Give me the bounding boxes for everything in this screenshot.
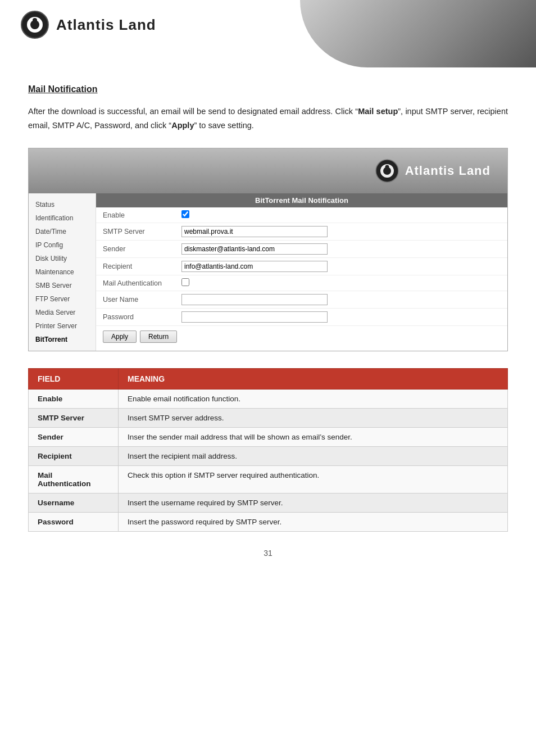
checkbox-mail-auth[interactable] bbox=[181, 278, 189, 286]
form-row-smtp: SMTP Server bbox=[96, 223, 507, 241]
meaning-enable: Enable email notification function. bbox=[119, 390, 508, 409]
logo-icon bbox=[20, 10, 49, 39]
table-header-field: FIELD bbox=[29, 369, 119, 390]
panel-title-bar: BitTorrent Mail Notification bbox=[96, 193, 507, 207]
ui-body: Status Identification Date/Time IP Confi… bbox=[29, 193, 507, 351]
logo-text: Atlantis Land bbox=[56, 16, 156, 34]
apply-button[interactable]: Apply bbox=[103, 331, 137, 343]
meaning-sender: Inser the sender mail address that will … bbox=[119, 428, 508, 447]
page-number: 31 bbox=[28, 549, 508, 569]
meaning-recipient: Insert the recipient mail address. bbox=[119, 447, 508, 466]
value-password bbox=[175, 309, 507, 326]
sidebar-item-maintenance[interactable]: Maintenance bbox=[29, 265, 96, 279]
table-row: SMTP Server Insert SMTP server address. bbox=[29, 409, 508, 428]
page-header: Atlantis Land bbox=[0, 0, 536, 67]
field-recipient: Recipient bbox=[29, 447, 119, 466]
sidebar-item-diskutility[interactable]: Disk Utility bbox=[29, 252, 96, 265]
field-mail-auth: MailAuthentication bbox=[29, 466, 119, 494]
meaning-mail-auth: Check this option if SMTP server require… bbox=[119, 466, 508, 494]
sidebar-item-status[interactable]: Status bbox=[29, 198, 96, 211]
value-mail-auth bbox=[175, 275, 507, 291]
field-username: Username bbox=[29, 494, 119, 513]
table-row: Sender Inser the sender mail address tha… bbox=[29, 428, 508, 447]
intro-paragraph: After the download is successful, an ema… bbox=[28, 105, 508, 132]
ui-header-logo: Atlantis Land bbox=[375, 159, 490, 183]
sidebar-item-printerserver[interactable]: Printer Server bbox=[29, 319, 96, 333]
table-row: MailAuthentication Check this option if … bbox=[29, 466, 508, 494]
label-smtp: SMTP Server bbox=[96, 223, 175, 241]
table-row: Password Insert the password required by… bbox=[29, 513, 508, 532]
main-content: Mail Notification After the download is … bbox=[0, 67, 536, 586]
label-enable: Enable bbox=[96, 207, 175, 223]
sidebar-item-mediaserver[interactable]: Media Server bbox=[29, 306, 96, 319]
svg-point-7 bbox=[385, 165, 389, 169]
section-title: Mail Notification bbox=[28, 84, 508, 94]
ui-sidebar: Status Identification Date/Time IP Confi… bbox=[29, 193, 96, 351]
button-row: Apply Return bbox=[96, 326, 507, 347]
label-mail-auth: Mail Authentication bbox=[96, 275, 175, 291]
value-enable bbox=[175, 207, 507, 223]
ui-header-text: Atlantis Land bbox=[405, 164, 490, 178]
value-recipient bbox=[175, 258, 507, 275]
label-sender: Sender bbox=[96, 241, 175, 258]
table-row: Recipient Insert the recipient mail addr… bbox=[29, 447, 508, 466]
input-recipient[interactable] bbox=[181, 261, 328, 272]
table-row: Username Insert the username required by… bbox=[29, 494, 508, 513]
field-smtp: SMTP Server bbox=[29, 409, 119, 428]
ui-header: Atlantis Land bbox=[29, 148, 507, 193]
field-enable: Enable bbox=[29, 390, 119, 409]
meaning-smtp: Insert SMTP server address. bbox=[119, 409, 508, 428]
label-password: Password bbox=[96, 309, 175, 326]
form-row-password: Password bbox=[96, 309, 507, 326]
value-smtp bbox=[175, 223, 507, 241]
field-sender: Sender bbox=[29, 428, 119, 447]
form-table: Enable SMTP Server Sender bbox=[96, 207, 507, 326]
sidebar-item-ipconfig[interactable]: IP Config bbox=[29, 238, 96, 252]
sidebar-item-smbserver[interactable]: SMB Server bbox=[29, 279, 96, 292]
form-row-recipient: Recipient bbox=[96, 258, 507, 275]
ui-screenshot-box: Atlantis Land Status Identification Date… bbox=[28, 148, 508, 351]
checkbox-enable[interactable] bbox=[181, 210, 189, 218]
field-password: Password bbox=[29, 513, 119, 532]
sidebar-item-identification[interactable]: Identification bbox=[29, 211, 96, 225]
sidebar-item-bittorrent[interactable]: BitTorrent bbox=[29, 333, 96, 346]
form-row-username: User Name bbox=[96, 291, 507, 309]
meaning-username: Insert the username required by SMTP ser… bbox=[119, 494, 508, 513]
return-button[interactable]: Return bbox=[140, 331, 177, 343]
ui-main-panel: BitTorrent Mail Notification Enable SMTP… bbox=[96, 193, 507, 351]
meaning-password: Insert the password required by SMTP ser… bbox=[119, 513, 508, 532]
form-row-enable: Enable bbox=[96, 207, 507, 223]
reference-table: FIELD MEANING Enable Enable email notifi… bbox=[28, 368, 508, 532]
form-row-mail-auth: Mail Authentication bbox=[96, 275, 507, 291]
value-username bbox=[175, 291, 507, 309]
sidebar-item-datetime[interactable]: Date/Time bbox=[29, 225, 96, 238]
header-curve-decoration bbox=[300, 0, 536, 67]
input-sender[interactable] bbox=[181, 243, 328, 255]
form-row-sender: Sender bbox=[96, 241, 507, 258]
input-smtp-server[interactable] bbox=[181, 226, 328, 237]
input-password[interactable] bbox=[181, 311, 328, 323]
table-row: Enable Enable email notification functio… bbox=[29, 390, 508, 409]
value-sender bbox=[175, 241, 507, 258]
ui-header-icon bbox=[375, 159, 399, 183]
logo-area: Atlantis Land bbox=[20, 10, 156, 39]
label-username: User Name bbox=[96, 291, 175, 309]
sidebar-item-ftpserver[interactable]: FTP Server bbox=[29, 292, 96, 306]
svg-point-3 bbox=[33, 18, 37, 22]
input-username[interactable] bbox=[181, 294, 328, 305]
table-header-meaning: MEANING bbox=[119, 369, 508, 390]
label-recipient: Recipient bbox=[96, 258, 175, 275]
